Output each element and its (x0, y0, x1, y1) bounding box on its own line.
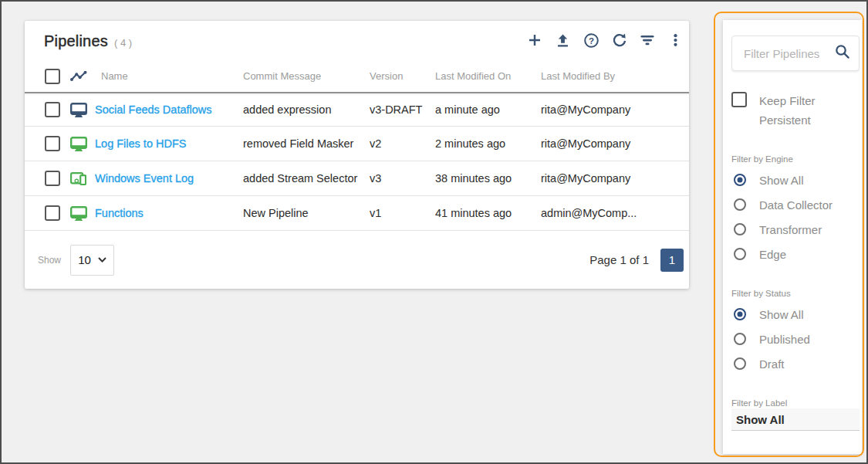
column-header-commit[interactable]: Commit Message (243, 70, 370, 82)
search-icon[interactable] (835, 44, 850, 63)
app-viewport: Pipelines ( 4 ) ? (0, 0, 868, 464)
help-icon: ? (584, 33, 599, 48)
column-header-name[interactable]: Name (95, 70, 243, 82)
table-row: Functions New Pipeline v1 41 minutes ago… (25, 195, 689, 230)
import-pipeline-button[interactable] (554, 31, 572, 49)
pipelines-card: Pipelines ( 4 ) ? (25, 21, 689, 289)
edge-pipeline-icon (70, 172, 95, 185)
radio-icon (734, 333, 746, 345)
radio-icon (734, 198, 746, 211)
filter-by-status-group: Show All Published Draft (734, 302, 862, 376)
more-actions-button[interactable] (667, 31, 685, 49)
filter-by-label-label: Filter by Label (731, 398, 787, 408)
row-checkbox[interactable] (45, 102, 60, 117)
modified-on-cell: 41 minutes ago (435, 207, 541, 219)
filter-pipelines-input[interactable] (732, 36, 825, 70)
commit-message-cell: removed Field Masker (243, 137, 370, 150)
pipelines-table: Name Commit Message Version Last Modifie… (25, 64, 689, 230)
radio-icon (734, 357, 746, 370)
column-header-version[interactable]: Version (370, 70, 435, 82)
commit-message-cell: New Pipeline (243, 207, 370, 219)
help-button[interactable]: ? (582, 31, 600, 49)
modified-by-cell: admin@MyComp... (541, 207, 689, 219)
radio-option-engine-show-all[interactable]: Show All (734, 168, 862, 192)
kebab-menu-icon (674, 34, 677, 46)
modified-on-cell: 38 minutes ago (435, 172, 541, 185)
data-collector-pipeline-icon (70, 206, 95, 221)
data-collector-pipeline-icon (70, 137, 95, 151)
pipelines-count: ( 4 ) (114, 37, 132, 49)
radio-option-status-show-all[interactable]: Show All (734, 302, 862, 327)
row-checkbox[interactable] (45, 136, 60, 151)
modified-on-cell: 2 minutes ago (435, 137, 541, 150)
refresh-icon (613, 33, 627, 47)
refresh-button[interactable] (610, 31, 629, 49)
page-title: Pipelines (44, 32, 108, 50)
column-header-modified-on[interactable]: Last Modified On (435, 70, 541, 82)
modified-by-cell: rita@MyCompany (541, 103, 689, 116)
version-cell: v1 (370, 207, 435, 219)
column-header-modified-by[interactable]: Last Modified By (541, 70, 689, 82)
keep-filter-checkbox[interactable] (731, 92, 747, 107)
plus-icon (529, 34, 541, 46)
svg-text:?: ? (588, 36, 593, 45)
select-all-checkbox[interactable] (45, 69, 60, 84)
radio-icon (734, 308, 746, 320)
show-label: Show (38, 255, 61, 266)
filter-by-engine-group: Show All Data Collector Transformer Edge (734, 168, 862, 266)
radio-option-status-draft[interactable]: Draft (734, 351, 862, 376)
table-row: Social Feeds Dataflows added expression … (25, 93, 689, 126)
page-size-select[interactable]: 10 (70, 245, 114, 276)
commit-message-cell: added Stream Selector (243, 172, 370, 185)
version-cell: v3 (370, 172, 435, 185)
pipeline-link[interactable]: Windows Event Log (95, 172, 194, 185)
radio-option-engine-edge[interactable]: Edge (734, 242, 862, 266)
toolbar: ? (525, 31, 685, 49)
pipeline-link[interactable]: Social Feeds Dataflows (95, 103, 212, 116)
table-row: Windows Event Log added Stream Selector … (25, 161, 689, 195)
modified-by-cell: rita@MyCompany (541, 137, 689, 150)
row-checkbox[interactable] (45, 205, 60, 221)
commit-message-cell: added expression (243, 103, 370, 116)
modified-on-cell: a minute ago (435, 103, 541, 116)
version-cell: v2 (370, 137, 435, 150)
filter-by-status-label: Filter by Status (731, 289, 791, 298)
page-size-value: 10 (78, 253, 91, 266)
pipeline-link[interactable]: Functions (95, 207, 144, 219)
pipeline-link[interactable]: Log Files to HDFS (95, 137, 186, 150)
label-filter-value: Show All (736, 413, 785, 426)
table-header-row: Name Commit Message Version Last Modifie… (25, 64, 689, 93)
filter-lines-icon (640, 36, 654, 46)
label-filter-select[interactable]: Show All (731, 408, 860, 431)
table-footer: Show 10 Page 1 of 1 1 (25, 230, 689, 289)
filter-by-engine-label: Filter by Engine (731, 154, 793, 164)
chevron-down-icon (98, 257, 106, 262)
filter-panel: Keep Filter Persistent Filter by Engine … (723, 20, 862, 454)
radio-option-engine-transformer[interactable]: Transformer (734, 217, 862, 242)
page-info: Page 1 of 1 (589, 253, 649, 266)
row-checkbox[interactable] (45, 171, 60, 186)
modified-by-cell: rita@MyCompany (541, 172, 689, 185)
filter-search-box (731, 36, 860, 71)
radio-option-status-published[interactable]: Published (734, 327, 862, 351)
activity-icon (70, 71, 95, 81)
radio-option-engine-data-collector[interactable]: Data Collector (734, 192, 862, 217)
version-cell: v3-DRAFT (370, 103, 435, 116)
card-title-row: Pipelines ( 4 ) (44, 32, 132, 51)
data-collector-pipeline-icon (70, 103, 95, 117)
create-pipeline-button[interactable] (525, 31, 544, 49)
page-1-button[interactable]: 1 (660, 249, 684, 272)
toggle-filter-button[interactable] (638, 31, 657, 49)
keep-filter-label: Keep Filter Persistent (759, 91, 839, 130)
upload-icon (556, 34, 569, 47)
keep-filter-persistent-option[interactable]: Keep Filter Persistent (731, 92, 839, 130)
table-row: Log Files to HDFS removed Field Masker v… (25, 126, 689, 161)
radio-icon (734, 223, 746, 235)
radio-icon (734, 248, 746, 260)
radio-icon (734, 174, 746, 186)
